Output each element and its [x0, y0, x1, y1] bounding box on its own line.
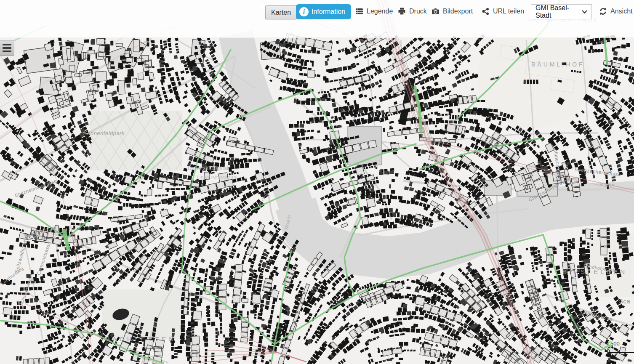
printer-icon: [397, 7, 406, 16]
bildexport-button[interactable]: Bildexport: [431, 7, 473, 16]
map-selector-dropdown[interactable]: GMI Basel-Stadt: [531, 4, 592, 19]
map-viewer-app: SPITTELMATTHOFBÄUMLIHOFBACHLETTENBIRSFEL…: [0, 0, 634, 364]
bildexport-button-label: Bildexport: [443, 8, 473, 15]
druck-button-label: Druck: [409, 8, 427, 15]
chevron-down-icon: [582, 10, 587, 14]
karten-button[interactable]: Karten: [265, 5, 297, 19]
legende-button[interactable]: Legende: [355, 7, 393, 16]
ansicht-button-label: Ansicht: [610, 8, 632, 15]
map-selector-value: GMI Basel-Stadt: [535, 4, 579, 19]
karten-button-label: Karten: [271, 9, 291, 16]
menu-button[interactable]: [0, 40, 14, 56]
menu-icon: [3, 44, 11, 46]
scale-bar-line: [609, 352, 634, 353]
info-icon: i: [299, 7, 309, 16]
camera-icon: [431, 7, 440, 16]
basemap: [0, 0, 634, 364]
scale-bar: 500: [609, 340, 634, 356]
legend-icon: [355, 7, 364, 16]
information-button[interactable]: i Information: [296, 4, 351, 19]
legende-button-label: Legende: [367, 8, 393, 15]
scale-bar-label: 500: [610, 340, 620, 347]
url-teilen-button[interactable]: URL teilen: [481, 7, 524, 16]
information-button-label: Information: [312, 8, 345, 16]
url-teilen-button-label: URL teilen: [493, 8, 524, 15]
share-icon: [481, 7, 490, 16]
toolbar: Karten i Information Legende Druck Bilde…: [0, 0, 634, 38]
ansicht-button[interactable]: Ansicht: [599, 7, 632, 16]
refresh-icon: [599, 7, 607, 16]
map-canvas[interactable]: SPITTELMATTHOFBÄUMLIHOFBACHLETTENBIRSFEL…: [0, 0, 634, 364]
druck-button[interactable]: Druck: [397, 7, 427, 16]
